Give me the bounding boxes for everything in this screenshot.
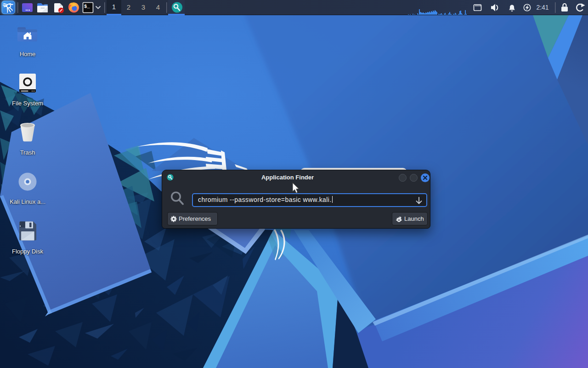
svg-text:$_: $_ xyxy=(84,4,90,9)
